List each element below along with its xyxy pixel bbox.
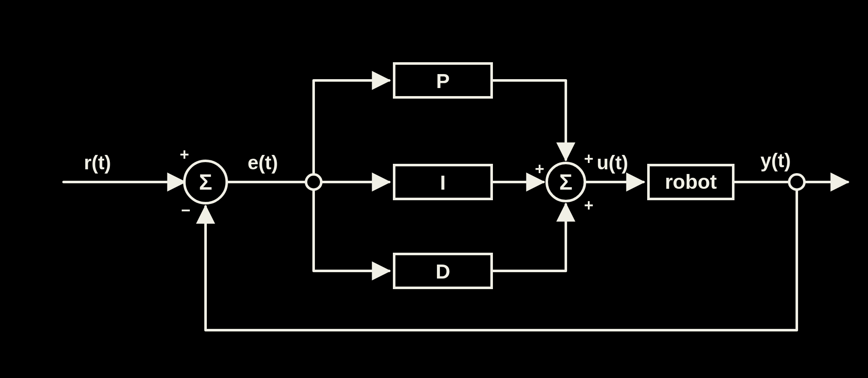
output-node xyxy=(789,174,804,190)
wire-p-to-sum2 xyxy=(492,80,566,160)
sum1-sign-minus: − xyxy=(181,201,190,219)
block-derivative-label: D xyxy=(436,260,451,283)
block-integral-label: I xyxy=(440,171,445,194)
sum2-symbol: Σ xyxy=(559,170,572,194)
wire-feedback xyxy=(206,190,797,330)
label-reference: r(t) xyxy=(84,152,111,174)
wire-branch-to-d xyxy=(314,190,389,271)
label-error: e(t) xyxy=(248,152,278,174)
wire-d-to-sum2 xyxy=(492,204,566,271)
sum1-symbol: Σ xyxy=(199,170,212,194)
sum2-sign-p: + xyxy=(584,150,593,168)
label-control: u(t) xyxy=(597,152,628,174)
block-plant-label: robot xyxy=(665,171,717,193)
branch-node xyxy=(306,174,321,190)
block-proportional-label: P xyxy=(436,70,450,92)
label-output: y(t) xyxy=(760,149,791,171)
sum1-sign-plus: + xyxy=(180,146,189,163)
sum2-sign-i: + xyxy=(535,160,544,178)
pid-block-diagram: r(t) Σ + − e(t) P I D Σ + + + u(t) robot… xyxy=(0,0,868,378)
wire-branch-to-p xyxy=(314,80,389,174)
sum2-sign-d: + xyxy=(584,196,593,214)
